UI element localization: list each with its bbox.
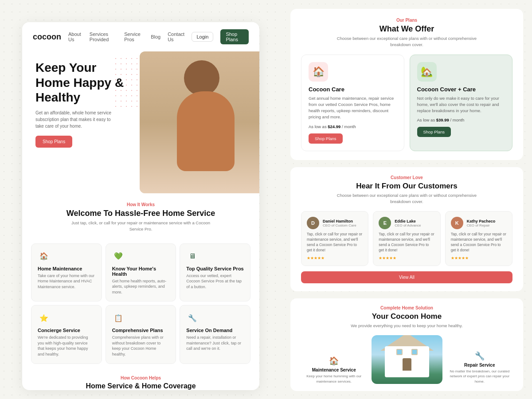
kathy-name: Kathy Pacheco (467, 219, 496, 223)
testimonial-daniel-author: D Daniel Hamilton CEO of Custom Care (307, 217, 363, 229)
cocoon-cover-title: Cocoon Cover + Care (417, 86, 505, 93)
hero-title: Keep Your Home Happy & Healthy (35, 60, 133, 105)
eddie-stars: ★★★★★ (379, 256, 434, 260)
nav-links: About Us Services Provided Service Pros … (68, 29, 249, 44)
how-cocoon-helps-tag: How Cocoon Helps (35, 376, 246, 380)
cocoon-cover-shop-button[interactable]: Shop Plans (417, 127, 451, 137)
kathy-info: Kathy Pacheco CEO of Repair (467, 219, 496, 227)
home-service-section: How Cocoon Helps Home Service & Home Cov… (22, 368, 259, 390)
offer-subtitle: Choose between our exceptional care plan… (336, 35, 478, 48)
feature-quality-service: 🖥 Top Quality Service Pros Access our ve… (180, 243, 250, 302)
nav-services-provided[interactable]: Services Provided (90, 31, 117, 42)
kathy-stars: ★★★★★ (451, 256, 507, 260)
how-it-works-title: Welcome To Hassle-Free Home Service (35, 209, 246, 218)
hero-person-image (140, 51, 259, 193)
logo: cocoon (33, 32, 61, 42)
testimonials-grid: D Daniel Hamilton CEO of Custom Care Tap… (301, 211, 512, 266)
feature-plans-title: Comprehensive Plans (112, 328, 170, 333)
feature-on-demand: 🔧 Service On Demand Need a repair, insta… (180, 305, 250, 364)
left-panel: cocoon About Us Services Provided Servic… (0, 0, 282, 399)
feature-home-health: 💚 Know Your Home's Health Get home healt… (106, 243, 176, 302)
customer-love-tag: Customer Love (301, 175, 512, 180)
daniel-text: Tap, click or call for your repair or ma… (307, 232, 363, 253)
daniel-info: Daniel Hamilton CEO of Custom Care (323, 219, 356, 227)
right-content: Our Plans What We Offer Choose between o… (282, 0, 532, 399)
testimonial-eddie: E Eddie Lake CEO of Advance Tap, click o… (373, 211, 440, 266)
feature-on-demand-desc: Need a repair, installation or maintenan… (186, 335, 244, 352)
feature-home-maintenance-title: Home Maintenance (38, 266, 95, 271)
cocoon-cover-card: 🏡 Cocoon Cover + Care Not only do we mak… (410, 55, 513, 151)
testimonial-kathy: K Kathy Pacheco CEO of Repair Tap, click… (445, 211, 512, 266)
repair-icon: 🔧 (447, 351, 513, 361)
kathy-avatar: K (451, 217, 463, 229)
eddie-name: Eddie Lake (395, 219, 421, 223)
repair-desc: No matter the breakdown, our curated net… (447, 369, 513, 384)
white-card: cocoon About Us Services Provided Servic… (22, 22, 259, 390)
cocoon-care-shop-button[interactable]: Shop Plans (309, 133, 343, 144)
cocoon-care-desc: Get annual home maintenance, repair serv… (309, 95, 397, 121)
how-it-works-section: How It Works Welcome To Hassle-Free Home… (22, 193, 259, 243)
repair-service: 🔧 Repair Service No matter the breakdown… (447, 351, 513, 384)
maintenance-service: 🏠 Maintenance Service Keep your home hum… (301, 356, 367, 383)
concierge-icon: ⭐ (38, 312, 50, 324)
house-windows (396, 349, 418, 355)
on-demand-icon: 🔧 (186, 312, 199, 324)
house-window-left (396, 349, 403, 355)
cocoon-home-title: Your Cocoon Home (301, 312, 512, 321)
home-service-title: Home Service & Home CoverageHome, Sweet … (35, 382, 246, 390)
cocoon-care-icon: 🏠 (309, 62, 328, 82)
nav-about[interactable]: About Us (68, 31, 82, 42)
features-grid: 🏠 Home Maintenance Take care of your hom… (22, 243, 259, 368)
hero-text: Keep Your Home Happy & Healthy Get an af… (35, 60, 133, 148)
right-panel: Our Plans What We Offer Choose between o… (282, 0, 532, 399)
maintenance-desc: Keep your home humming with our maintena… (301, 374, 367, 383)
house-door (403, 358, 411, 371)
feature-home-health-title: Know Your Home's Health (112, 266, 170, 277)
hero-section: Keep Your Home Happy & Healthy Get an af… (22, 51, 259, 193)
house-body (385, 346, 429, 377)
feature-concierge-desc: We're dedicated to providing you with hi… (38, 335, 95, 357)
what-we-offer-title: What We Offer (301, 24, 512, 34)
view-all-button[interactable]: View All (301, 271, 512, 283)
daniel-stars: ★★★★★ (307, 256, 363, 260)
testimonial-kathy-author: K Kathy Pacheco CEO of Repair (451, 217, 507, 229)
customer-subtitle: Choose between our exceptional care plan… (336, 192, 478, 205)
eddie-info: Eddie Lake CEO of Advance (395, 219, 421, 227)
feature-quality-service-title: Top Quality Service Pros (186, 266, 244, 271)
feature-on-demand-title: Service On Demand (186, 328, 244, 333)
cocoon-care-card: 🏠 Cocoon Care Get annual home maintenanc… (301, 55, 404, 151)
feature-home-maintenance: 🏠 Home Maintenance Take care of your hom… (31, 243, 102, 302)
eddie-title: CEO of Advance (395, 223, 421, 227)
hero-shop-plans-button[interactable]: Shop Plans (35, 136, 72, 148)
offer-cards: 🏠 Cocoon Care Get annual home maintenanc… (301, 55, 512, 151)
cocoon-cover-desc: Not only do we make it easy to care for … (417, 95, 505, 114)
customer-section: Customer Love Hear It From Our Customers… (290, 167, 523, 291)
cocoon-services-grid: 🏠 Maintenance Service Keep your home hum… (301, 335, 512, 384)
maintenance-title: Maintenance Service (301, 368, 367, 372)
cocoon-home-subtitle: We provide everything you need to keep y… (336, 323, 478, 329)
complete-home-tag: Complete Home Solution (301, 305, 512, 310)
hear-customers-title: Hear It From Our Customers (301, 182, 512, 191)
eddie-text: Tap, click or call for your repair or ma… (379, 232, 434, 253)
nav-blog[interactable]: Blog (151, 34, 160, 39)
cocoon-home-section: Complete Home Solution Your Cocoon Home … (290, 298, 523, 391)
plans-icon: 📋 (112, 312, 125, 324)
navbar: cocoon About Us Services Provided Servic… (22, 22, 259, 51)
feature-plans-desc: Comprehensive plans with or without brea… (112, 335, 170, 357)
nav-contact[interactable]: Contact Us (168, 31, 184, 42)
our-plans-tag: Our Plans (301, 18, 512, 23)
feature-home-health-desc: Get home health reports, auto-alerts, up… (112, 278, 170, 295)
testimonial-daniel: D Daniel Hamilton CEO of Custom Care Tap… (301, 211, 368, 266)
daniel-name: Daniel Hamilton (323, 219, 356, 223)
nav-service-pros[interactable]: Service Pros (124, 31, 144, 42)
house-image (372, 335, 442, 384)
daniel-avatar: D (307, 217, 319, 229)
kathy-text: Tap, click or call for your repair or ma… (451, 232, 507, 253)
maintenance-icon: 🏠 (301, 356, 367, 366)
daniel-title: CEO of Custom Care (323, 223, 356, 227)
feature-concierge-title: Concierge Service (38, 328, 95, 333)
feature-quality-service-desc: Access our vetted, expert Cocoon Service… (186, 273, 244, 290)
login-button[interactable]: Login (192, 32, 213, 42)
home-health-icon: 💚 (112, 250, 125, 262)
shop-plans-nav-button[interactable]: Shop Plans (220, 29, 249, 44)
